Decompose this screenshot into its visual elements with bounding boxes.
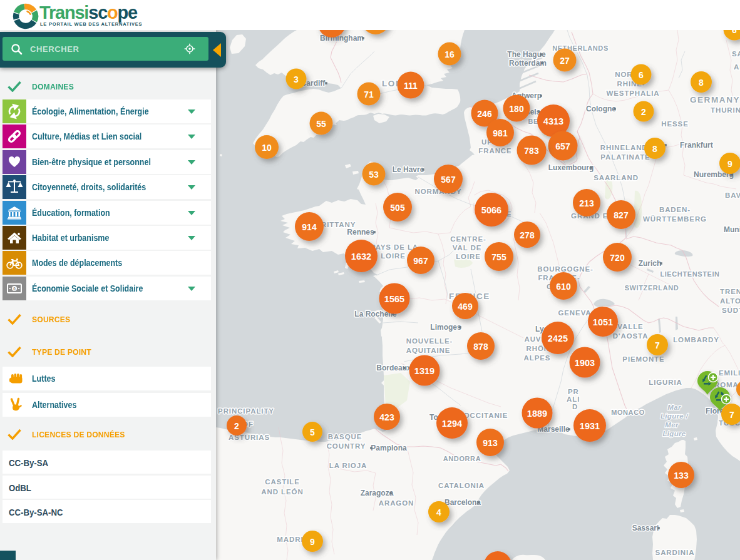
svg-text:755: 755 — [491, 252, 506, 262]
svg-text:SAXONY-: SAXONY- — [732, 50, 740, 58]
svg-text:Sassari: Sassari — [632, 524, 659, 532]
svg-text:ALPES: ALPES — [524, 354, 551, 362]
svg-text:BAVARIA: BAVARIA — [725, 191, 740, 199]
svg-text:1294: 1294 — [442, 419, 462, 429]
svg-text:5066: 5066 — [481, 205, 501, 215]
svg-text:LIECHTENSTEIN: LIECHTENSTEIN — [660, 270, 719, 278]
svg-text:423: 423 — [379, 412, 394, 422]
svg-text:WÜRTTEMBERG: WÜRTTEMBERG — [643, 215, 707, 223]
svg-text:ALI: ALI — [567, 395, 580, 403]
svg-text:657: 657 — [555, 141, 570, 151]
svg-text:720: 720 — [610, 253, 625, 263]
svg-text:CASTILE: CASTILE — [265, 478, 300, 486]
svg-text:VALLE: VALLE — [617, 323, 643, 330]
svg-text:246: 246 — [477, 109, 492, 119]
svg-text:Ligure: Ligure — [663, 430, 686, 437]
svg-text:981: 981 — [493, 128, 508, 138]
svg-text:610: 610 — [556, 282, 571, 292]
svg-text:Pamplona: Pamplona — [371, 444, 407, 452]
svg-text:1565: 1565 — [384, 294, 404, 304]
svg-text:505: 505 — [390, 203, 405, 213]
svg-text:1632: 1632 — [351, 252, 371, 262]
svg-text:AND LEÓN: AND LEÓN — [261, 488, 303, 496]
svg-text:6: 6 — [639, 70, 644, 80]
svg-text:BOURGOGNE-: BOURGOGNE- — [537, 265, 594, 273]
svg-text:ROMAGNA: ROMAGNA — [714, 381, 740, 389]
svg-text:CATALONIA: CATALONIA — [438, 482, 485, 489]
svg-text:ALTO ADIGE: ALTO ADIGE — [720, 297, 740, 305]
svg-text:SARDINIA: SARDINIA — [655, 549, 695, 556]
svg-text:ANDORRA: ANDORRA — [443, 455, 481, 462]
svg-text:1319: 1319 — [414, 366, 434, 376]
svg-text:PR: PR — [568, 388, 579, 395]
svg-text:SÜDTIROL: SÜDTIROL — [722, 307, 740, 314]
svg-text:8: 8 — [699, 78, 704, 88]
svg-text:ANHALT: ANHALT — [734, 63, 740, 71]
svg-text:7: 7 — [655, 340, 660, 350]
svg-text:878: 878 — [473, 342, 488, 352]
svg-text:914: 914 — [302, 222, 317, 232]
svg-text:913: 913 — [483, 438, 498, 448]
svg-text:213: 213 — [579, 198, 594, 208]
svg-text:RHINELAND-: RHINELAND- — [600, 144, 651, 151]
svg-text:PRINCIPALITY: PRINCIPALITY — [218, 407, 274, 415]
svg-text:967: 967 — [413, 256, 428, 266]
svg-text:Barcelona: Barcelona — [445, 498, 481, 507]
svg-text:TRENTINO-: TRENTINO- — [720, 288, 740, 295]
svg-text:Le Havre: Le Havre — [393, 165, 424, 174]
svg-text:469: 469 — [458, 302, 473, 312]
svg-text:D: D — [572, 403, 578, 410]
svg-text:133: 133 — [674, 471, 689, 481]
svg-text:55: 55 — [316, 119, 326, 129]
svg-text:0: 0 — [13, 287, 16, 291]
svg-text:AQUITAINE: AQUITAINE — [406, 347, 451, 354]
svg-text:783: 783 — [524, 146, 539, 156]
svg-text:71: 71 — [364, 89, 374, 99]
svg-text:Zurich: Zurich — [639, 259, 662, 268]
svg-text:GERMANY: GERMANY — [690, 95, 740, 104]
svg-text:9: 9 — [727, 159, 732, 169]
svg-text:LOIRE: LOIRE — [456, 253, 481, 260]
svg-text:111: 111 — [404, 81, 418, 91]
svg-text:278: 278 — [520, 230, 535, 240]
svg-text:2: 2 — [234, 421, 239, 431]
svg-text:8: 8 — [652, 144, 657, 154]
svg-text:1931: 1931 — [580, 421, 600, 431]
svg-text:ARAGON: ARAGON — [379, 499, 414, 507]
svg-text:SAARLAND: SAARLAND — [594, 174, 639, 181]
svg-text:16: 16 — [445, 49, 455, 59]
svg-text:7: 7 — [729, 410, 734, 420]
svg-text:PIEMONTE: PIEMONTE — [622, 355, 664, 363]
svg-text:180: 180 — [509, 104, 524, 114]
svg-text:1051: 1051 — [593, 317, 613, 327]
svg-text:Rennes: Rennes — [347, 228, 374, 237]
svg-text:1903: 1903 — [575, 358, 595, 368]
svg-text:Cologne: Cologne — [586, 104, 616, 113]
svg-text:D'AOSTA: D'AOSTA — [613, 332, 649, 340]
svg-text:HESSE: HESSE — [661, 120, 689, 128]
svg-text:5: 5 — [310, 427, 315, 437]
svg-text:VAL DE: VAL DE — [453, 244, 482, 252]
svg-text:LA RIOJA: LA RIOJA — [329, 462, 367, 469]
svg-text:2: 2 — [641, 107, 646, 117]
svg-text:10: 10 — [262, 143, 272, 153]
svg-text:567: 567 — [441, 175, 456, 185]
svg-text:BADEN-: BADEN- — [659, 206, 691, 213]
svg-text:2425: 2425 — [548, 333, 568, 344]
svg-text:9: 9 — [310, 537, 315, 547]
svg-text:CENTRE-: CENTRE- — [450, 235, 486, 243]
svg-text:WESTPHALIA: WESTPHALIA — [606, 89, 659, 97]
svg-text:Ligure /: Ligure / — [660, 412, 689, 420]
svg-text:PAYS DE LA: PAYS DE LA — [371, 243, 418, 251]
svg-text:Luxembourg: Luxembourg — [548, 163, 594, 172]
svg-text:53: 53 — [369, 170, 379, 180]
svg-text:THURINGIA: THURINGIA — [711, 106, 740, 114]
svg-text:827: 827 — [614, 210, 629, 220]
svg-text:Rotterdam: Rotterdam — [509, 59, 547, 68]
svg-text:Bordeaux: Bordeaux — [376, 364, 411, 372]
svg-text:BASQUE: BASQUE — [328, 433, 362, 440]
svg-text:Zaragoza: Zaragoza — [361, 489, 394, 497]
svg-text:Mar: Mar — [667, 404, 681, 411]
svg-text:4: 4 — [436, 507, 441, 517]
svg-text:NOUVELLE-: NOUVELLE- — [406, 337, 453, 345]
